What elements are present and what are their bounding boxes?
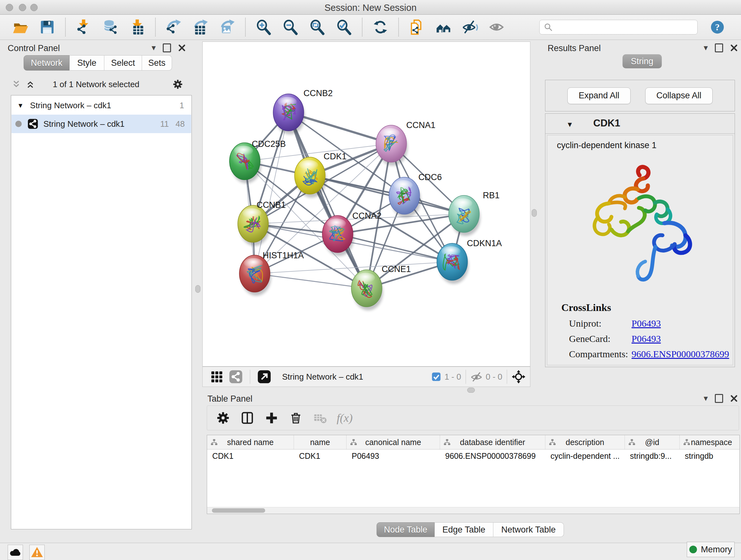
column-header-shared-name[interactable]: shared name: [207, 435, 294, 449]
hide-items-icon[interactable]: [462, 18, 479, 36]
crosslink-link[interactable]: P06493: [631, 333, 733, 344]
tab-sets[interactable]: Sets: [142, 55, 172, 71]
network-node-CDC25B[interactable]: [229, 143, 261, 183]
network-node-RB1[interactable]: [449, 195, 480, 236]
table-cell[interactable]: cyclin-dependent ...: [545, 449, 625, 462]
import-network-icon[interactable]: [75, 18, 92, 36]
network-node-CCNA1[interactable]: [376, 125, 408, 166]
splitter-handle-left[interactable]: [195, 285, 200, 293]
network-view-canvas[interactable]: CCNB2CCNA1CDC25BCDK1CDC6RB1CCNB1CCNA2CDK…: [202, 42, 530, 367]
delete-table-icon: [311, 409, 329, 427]
network-node-CCNB1[interactable]: [238, 205, 269, 246]
import-table-icon[interactable]: [129, 18, 145, 36]
tab-network[interactable]: Network: [23, 55, 70, 71]
collapse-all-icon[interactable]: [11, 79, 21, 89]
float-panel-icon[interactable]: [715, 44, 723, 52]
splitter-handle-right[interactable]: [532, 209, 537, 217]
tab-select[interactable]: Select: [105, 55, 142, 71]
close-panel-icon[interactable]: [730, 44, 738, 52]
table-cell[interactable]: stringdb: [680, 449, 740, 462]
window-title: Session: New Session: [0, 3, 741, 13]
tab-node-table[interactable]: Node Table: [377, 522, 434, 537]
close-panel-icon[interactable]: [178, 44, 186, 52]
table-row[interactable]: CDK1CDK1P064939606.ENSP00000378699cyclin…: [207, 449, 739, 462]
duplicate-network-icon[interactable]: [408, 18, 425, 36]
search-input[interactable]: [556, 22, 693, 33]
network-node-HIST1H1A[interactable]: [239, 255, 271, 296]
hscrollbar-thumb[interactable]: [212, 508, 265, 513]
network-options-gear-icon[interactable]: [172, 79, 183, 90]
column-header--id[interactable]: @id: [625, 435, 680, 449]
expand-all-button[interactable]: Expand All: [567, 87, 630, 104]
memory-button[interactable]: Memory: [687, 542, 735, 557]
panel-menu-caret-icon[interactable]: ▾: [704, 43, 708, 53]
crosslink-link[interactable]: 9606.ENSP00000378699: [631, 364, 733, 365]
node-table[interactable]: shared namenamecanonical namedatabase id…: [207, 435, 740, 514]
collection-caret-icon[interactable]: ▾: [18, 101, 22, 110]
column-header-namespace[interactable]: namespace: [680, 435, 740, 449]
panel-menu-caret-icon[interactable]: ▾: [704, 393, 708, 403]
tab-network-table[interactable]: Network Table: [493, 522, 564, 537]
string-view-icon[interactable]: [227, 368, 245, 386]
expand-all-icon[interactable]: [25, 79, 35, 89]
crosslink-link[interactable]: P06493: [631, 318, 733, 329]
column-header-database-identifier[interactable]: database identifier: [440, 435, 545, 449]
hidden-eye-slash-icon[interactable]: [470, 371, 482, 383]
collection-count: 1: [180, 101, 184, 111]
save-session-icon[interactable]: [39, 18, 56, 36]
warning-status-button[interactable]: [29, 545, 45, 560]
birds-eye-grid-icon[interactable]: [208, 368, 226, 386]
float-panel-icon[interactable]: [163, 44, 171, 52]
node-label-CCNA2: CCNA2: [352, 211, 382, 221]
network-node-CDK1[interactable]: [294, 157, 326, 198]
selected-checkbox-icon[interactable]: [431, 372, 441, 382]
tab-style[interactable]: Style: [70, 55, 105, 71]
close-panel-icon[interactable]: [730, 395, 738, 402]
float-panel-icon[interactable]: [715, 394, 723, 403]
section-caret-icon[interactable]: ▾: [568, 119, 572, 129]
export-table-icon[interactable]: [192, 18, 209, 36]
open-session-icon[interactable]: [12, 18, 29, 36]
network-row-selected[interactable]: String Network – cdk1 11 48: [11, 115, 191, 133]
zoom-in-icon[interactable]: [255, 18, 272, 36]
table-cell[interactable]: stringdb:9...: [625, 449, 680, 462]
network-node-CCNA2[interactable]: [322, 215, 354, 256]
zoom-out-icon[interactable]: [282, 18, 299, 36]
zoom-selected-icon[interactable]: [336, 18, 352, 36]
network-collection-row[interactable]: ▾ String Network – cdk1 1: [11, 96, 191, 115]
import-database-icon[interactable]: [102, 18, 119, 36]
search-box[interactable]: [539, 20, 697, 35]
table-options-gear-icon[interactable]: [214, 409, 232, 427]
table-hscrollbar[interactable]: [207, 507, 739, 514]
collapse-all-button[interactable]: Collapse All: [645, 87, 713, 104]
network-node-CDKN1A[interactable]: [437, 243, 468, 284]
export-network-icon[interactable]: [165, 18, 182, 36]
column-header-description[interactable]: description: [545, 435, 625, 449]
table-cell[interactable]: CDK1: [294, 449, 347, 462]
fit-content-crosshair-icon[interactable]: [512, 370, 526, 384]
network-node-CDC6[interactable]: [389, 177, 421, 218]
table-cell[interactable]: 9606.ENSP00000378699: [440, 449, 545, 462]
network-node-CCNE1[interactable]: [351, 270, 383, 310]
show-columns-icon[interactable]: [239, 409, 256, 427]
tab-edge-table[interactable]: Edge Table: [434, 522, 493, 537]
network-node-CCNB2[interactable]: [273, 94, 305, 134]
column-header-name[interactable]: name: [294, 435, 347, 449]
create-column-plus-icon[interactable]: [263, 409, 280, 427]
export-image-icon[interactable]: [219, 18, 235, 36]
open-in-new-icon[interactable]: [255, 368, 273, 386]
zoom-fit-icon[interactable]: [309, 18, 326, 36]
panel-menu-caret-icon[interactable]: ▾: [151, 43, 156, 53]
tab-string[interactable]: String: [623, 54, 662, 68]
table-cell[interactable]: CDK1: [207, 449, 294, 462]
refresh-icon[interactable]: [372, 18, 389, 36]
delete-column-trash-icon[interactable]: [287, 409, 305, 427]
help-button[interactable]: ?: [709, 18, 726, 36]
crosslink-link[interactable]: 9606.ENSP00000378699: [631, 349, 733, 360]
column-header-canonical-name[interactable]: canonical name: [347, 435, 440, 449]
home-view-icon[interactable]: [435, 18, 452, 36]
show-items-icon[interactable]: [489, 18, 506, 36]
cloud-status-button[interactable]: [8, 545, 23, 560]
table-cell[interactable]: P06493: [347, 449, 440, 462]
gene-section-header[interactable]: ▾ CDK1: [545, 114, 735, 134]
